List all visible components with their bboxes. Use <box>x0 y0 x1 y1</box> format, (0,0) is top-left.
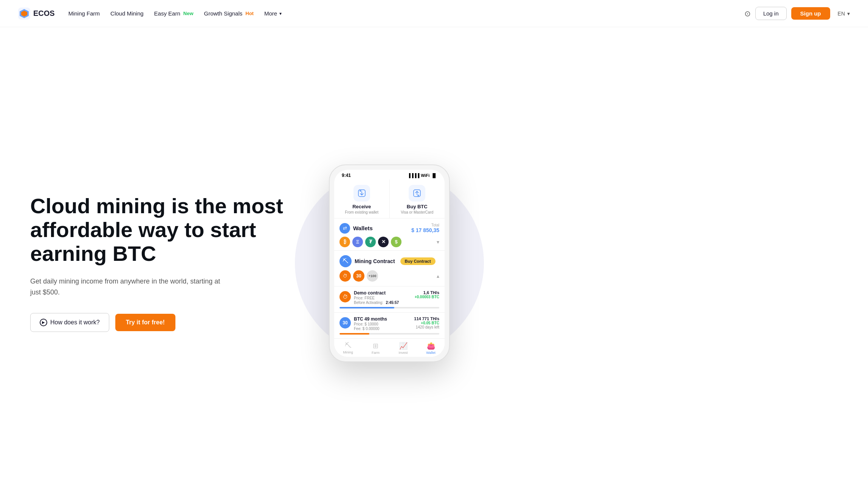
coin-usdt: ₮ <box>365 237 376 247</box>
action-cards: Receive From existing wallet <box>334 180 445 219</box>
coin-eth: Ξ <box>352 237 363 247</box>
contract-timer-icon: ⏱ <box>339 270 351 282</box>
buy-contract-button[interactable]: Buy Contract <box>400 257 436 265</box>
how-it-works-button[interactable]: ▶ How does it work? <box>30 313 109 332</box>
btc-contract-row: 30 BTC 49 months Price: $ 10000 Fee: $ 0… <box>339 316 439 331</box>
phone-inner: 9:41 ▐▐▐▐ WiFi ▐▌ <box>334 170 445 357</box>
receive-title: Receive <box>352 204 371 209</box>
hero-phone-area: 9:41 ▐▐▐▐ WiFi ▐▌ <box>318 164 461 362</box>
buy-btc-title: Buy BTC <box>407 204 428 209</box>
nav-more[interactable]: More ▾ <box>264 10 282 17</box>
demo-contract-info: Demo contract Price: FREE Before Activat… <box>354 290 412 305</box>
signup-button[interactable]: Sign up <box>791 7 830 20</box>
status-time: 9:41 <box>342 173 351 178</box>
wifi-icon: WiFi <box>421 173 429 178</box>
btc-progress-bar <box>339 333 439 335</box>
hero-title: Cloud mining is the most affordable way … <box>30 194 295 265</box>
navbar: ECOS Mining Farm Cloud Mining Easy Earn … <box>0 0 868 27</box>
badge-new: New <box>183 11 194 16</box>
demo-contract-name: Demo contract <box>354 290 412 296</box>
mining-icon: ⛏ <box>339 255 352 267</box>
coin-btc: ₿ <box>339 237 350 247</box>
btc-contract-icon: 30 <box>339 317 351 329</box>
invest-nav-label: Invest <box>398 351 408 355</box>
btc-contract-info: BTC 49 months Price: $ 10000 Fee: $ 0.00… <box>354 316 411 331</box>
phone-nav-mining[interactable]: ⛏ Mining <box>334 339 362 357</box>
nav-left: ECOS Mining Farm Cloud Mining Easy Earn … <box>18 8 282 20</box>
nav-links: Mining Farm Cloud Mining Easy Earn New G… <box>68 10 282 17</box>
btc-fee: Fee: $ 0.00000 <box>354 327 411 331</box>
phone-nav-farm[interactable]: ⊞ Farm <box>362 339 389 357</box>
wallet-coins: ₿ Ξ ₮ ✕ $ ▾ <box>339 237 439 247</box>
chevron-down-icon: ▾ <box>279 11 282 16</box>
hero-subtitle: Get daily mining income from anywhere in… <box>30 276 227 298</box>
download-icon[interactable]: ⊙ <box>744 9 751 18</box>
logo[interactable]: ECOS <box>18 8 55 20</box>
hero-buttons: ▶ How does it work? Try it for free! <box>30 313 295 332</box>
btc-progress-fill <box>339 333 369 335</box>
nav-easy-earn[interactable]: Easy Earn New <box>154 10 194 17</box>
mining-contract-section: ⛏ Mining Contract Buy Contract ⏱ 30 +100… <box>334 251 445 287</box>
contract-label-30: 30 <box>353 270 364 282</box>
btc-btc: +0.05 BTC <box>414 321 439 325</box>
wallet-header: ⇄ Wallets Total $ 17 850,35 <box>339 223 439 234</box>
btc-ths: 114 771 TH/s <box>414 316 439 321</box>
nav-right: ⊙ Log in Sign up EN ▾ <box>744 7 850 20</box>
receive-sub: From existing wallet <box>345 210 378 214</box>
demo-contract-section: ⏱ Demo contract Price: FREE Before Activ… <box>334 287 445 313</box>
demo-progress-bar <box>339 307 439 308</box>
wallet-nav-label: Wallet <box>426 351 436 355</box>
btc-contract-right: 114 771 TH/s +0.05 BTC 1420 days left <box>414 316 439 329</box>
phone-nav-invest[interactable]: 📈 Invest <box>389 339 417 357</box>
phone-bottom-nav: ⛏ Mining ⊞ Farm 📈 Invest 👛 <box>334 338 445 357</box>
lang-chevron-icon: ▾ <box>847 11 850 17</box>
nav-mining-farm[interactable]: Mining Farm <box>68 10 100 17</box>
btc-contract-name: BTC 49 months <box>354 316 411 322</box>
coin-xrp: ✕ <box>378 237 389 247</box>
nav-growth-signals[interactable]: Growth Signals Hot <box>204 10 254 17</box>
phone-status-bar: 9:41 ▐▐▐▐ WiFi ▐▌ <box>334 170 445 180</box>
try-free-button[interactable]: Try it for free! <box>115 314 175 331</box>
farm-nav-label: Farm <box>372 351 380 355</box>
demo-before: Before Activating: 2:45:57 <box>354 301 412 305</box>
btc-contract-section: 30 BTC 49 months Price: $ 10000 Fee: $ 0… <box>334 313 445 338</box>
mining-nav-label: Mining <box>343 350 353 354</box>
mining-chevron-up-icon[interactable]: ▴ <box>437 273 439 279</box>
wallets-total-value: $ 17 850,35 <box>411 227 439 233</box>
demo-contract-icon: ⏱ <box>339 291 351 302</box>
demo-contract-right: 1,6 TH/s +0.00003 BTC <box>415 290 439 299</box>
badge-hot: Hot <box>245 11 254 16</box>
mining-header: ⛏ Mining Contract Buy Contract <box>339 255 439 267</box>
wallets-total-label: Total <box>411 223 439 227</box>
demo-progress-fill <box>339 307 394 308</box>
phone-nav-wallet[interactable]: 👛 Wallet <box>417 339 445 357</box>
hero-section: Cloud mining is the most affordable way … <box>0 27 868 499</box>
btc-days: 1420 days left <box>414 325 439 329</box>
demo-price: Price: FREE <box>354 296 412 300</box>
demo-btc: +0.00003 BTC <box>415 295 439 299</box>
wallet-chevron-down-icon[interactable]: ▾ <box>437 239 439 245</box>
contract-icons: ⏱ 30 +100 ▴ <box>339 270 439 282</box>
demo-contract-row: ⏱ Demo contract Price: FREE Before Activ… <box>339 290 439 305</box>
wallet-nav-icon: 👛 <box>427 342 435 350</box>
status-icons: ▐▐▐▐ WiFi ▐▌ <box>408 173 437 178</box>
buy-btc-card[interactable]: Buy BTC Visa or MasterCard <box>390 180 445 218</box>
wallets-title: Wallets <box>353 225 373 231</box>
btc-price: Price: $ 10000 <box>354 322 411 326</box>
mining-nav-icon: ⛏ <box>345 342 352 350</box>
receive-card[interactable]: Receive From existing wallet <box>334 180 390 218</box>
battery-icon: ▐▌ <box>431 173 437 178</box>
buy-btc-sub: Visa or MasterCard <box>401 210 433 214</box>
nav-cloud-mining[interactable]: Cloud Mining <box>110 10 144 17</box>
mining-title: Mining Contract <box>355 258 395 264</box>
farm-nav-icon: ⊞ <box>373 342 378 350</box>
invest-nav-icon: 📈 <box>399 342 408 350</box>
login-button[interactable]: Log in <box>755 7 787 20</box>
buy-btc-icon <box>409 185 425 201</box>
hero-content: Cloud mining is the most affordable way … <box>30 194 295 332</box>
receive-icon <box>353 185 370 201</box>
coin-usd: $ <box>391 237 401 247</box>
logo-icon <box>18 8 30 20</box>
language-selector[interactable]: EN ▾ <box>838 11 850 17</box>
play-icon: ▶ <box>40 319 47 326</box>
